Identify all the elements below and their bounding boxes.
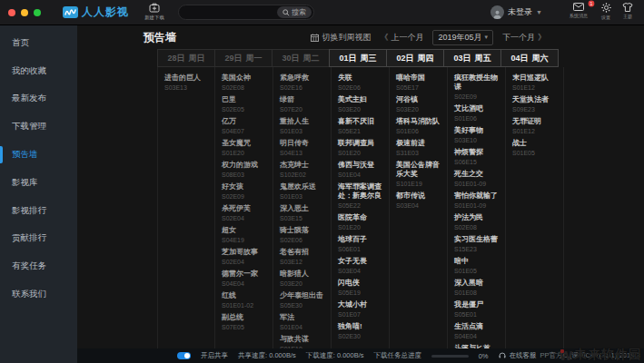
show-item[interactable]: 巴里S02E05	[222, 95, 268, 113]
show-item[interactable]: 重拾人生S01E03	[280, 117, 326, 135]
show-item[interactable]: 天堂执法者S09E23	[512, 95, 559, 113]
show-item[interactable]: 末日巡逻队S01E12	[512, 74, 559, 92]
sidebar-item[interactable]: 影视库	[0, 169, 77, 197]
show-item[interactable]: 独角喵!S02E30	[338, 322, 384, 340]
show-item[interactable]: 美式主妇S03E20	[338, 95, 384, 113]
show-item[interactable]: 艾比酒吧S01E06	[454, 104, 500, 123]
show-title: 大城小村	[338, 300, 384, 309]
show-item[interactable]: 无罪证明S01E12	[512, 117, 559, 135]
show-episode-code: S05E30	[280, 301, 326, 309]
show-item[interactable]: 美好事物S03E10	[454, 126, 500, 144]
show-item[interactable]: 副总统S07E05	[222, 313, 268, 331]
show-item[interactable]: 军法S01E04	[280, 313, 326, 331]
show-item[interactable]: 我是僵尸S05E01	[454, 300, 500, 319]
show-item[interactable]: 佛西与沃登S01E04	[338, 161, 384, 179]
prev-month-button[interactable]: 《 上一个月	[380, 32, 423, 44]
show-item[interactable]: 海军罪案调查处：新奥尔良S05E22	[338, 182, 384, 210]
show-item[interactable]: 战士S01E05	[512, 139, 559, 157]
mail-icon	[573, 3, 584, 11]
show-item[interactable]: 护法为民S02E08	[454, 213, 500, 231]
show-item[interactable]: 喜新不厌旧S05E21	[338, 117, 384, 135]
close-button[interactable]	[8, 9, 15, 16]
show-item[interactable]: 塔科马消防队S01E06	[396, 117, 442, 135]
topbar-action-gear[interactable]: 设置	[600, 3, 611, 22]
show-item[interactable]: 好女孩S02E09	[222, 182, 268, 201]
show-item[interactable]: 河谷镇S03E20	[396, 95, 442, 113]
next-month-button[interactable]: 下一个月 》	[502, 32, 546, 44]
show-episode-code: S02E08	[222, 83, 268, 92]
show-item[interactable]: 杰克绅士S102E02	[280, 161, 326, 179]
show-item[interactable]: 红线S01E01-02	[222, 291, 268, 309]
search-button[interactable]: 搜索	[277, 6, 312, 18]
show-item[interactable]: 害怕你就输了S01E01-09	[454, 191, 500, 210]
show-item[interactable]: 都市传说S03E04	[396, 191, 442, 210]
show-item[interactable]: 暗影猎人S03E20	[280, 270, 326, 288]
show-item[interactable]: 绿箭S07E20	[280, 95, 326, 113]
minimize-button[interactable]	[21, 9, 28, 16]
show-item[interactable]: 暗中S01E05	[454, 257, 500, 275]
show-item[interactable]: 生活点滴S04E04	[454, 322, 500, 340]
show-item[interactable]: 死生之交S01E01-09	[454, 170, 500, 188]
show-item[interactable]: 疯狂教授生物课S02E09	[454, 74, 500, 101]
topbar-action-mail[interactable]: 1系统消息	[568, 3, 590, 22]
window-controls	[0, 9, 41, 16]
show-item[interactable]: 大城小村S01E07	[338, 300, 384, 319]
new-download-button[interactable]: 新建下载	[144, 3, 165, 22]
sidebar-item[interactable]: 影视排行	[0, 197, 77, 225]
sidebar-item[interactable]: 贡献排行	[0, 225, 77, 253]
show-item[interactable]: 实习医生格蕾S15E23	[454, 235, 500, 253]
show-item[interactable]: 权力的游戏S08E03	[222, 161, 268, 179]
show-item[interactable]: 极速前进S31E03	[396, 139, 442, 157]
sidebar-item[interactable]: 首页	[0, 29, 77, 57]
show-item[interactable]: 超女S04E19	[222, 226, 268, 244]
sidebar-item[interactable]: 下载管理	[0, 113, 77, 141]
day-header-cell: 01日周三	[329, 49, 387, 67]
topbar-action-tshirt[interactable]: 主题	[622, 3, 633, 22]
show-item[interactable]: 深入恶土S03E15	[280, 204, 326, 222]
show-item[interactable]: 联邦调查局S01E20	[338, 139, 384, 157]
show-title: 紧急呼救	[280, 74, 326, 83]
show-item[interactable]: 神烦警探S06E15	[454, 148, 500, 166]
show-episode-code: S04E04	[454, 332, 500, 340]
show-episode-code: S03E12	[280, 258, 326, 266]
sidebar-item[interactable]: 联系我们	[0, 280, 77, 309]
search-bar: 搜索	[178, 5, 314, 20]
show-item[interactable]: 芝加哥故事S02E04	[222, 248, 268, 266]
sidebar-item[interactable]: 我的收藏	[0, 57, 77, 85]
show-item[interactable]: 少年泰坦出击S05E30	[280, 291, 326, 309]
show-item[interactable]: 德雷尔一家S04E04	[222, 270, 268, 288]
show-item[interactable]: 进击的巨人S03E13	[164, 74, 210, 92]
show-item[interactable]: 女子无畏S03E04	[338, 257, 384, 275]
show-episode-code: S01E12	[512, 127, 559, 135]
show-item[interactable]: 明日传奇S04E13	[280, 139, 326, 157]
show-item[interactable]: 闪电侠S05E19	[338, 279, 384, 297]
show-item[interactable]: 与敌共谋S01E10	[280, 335, 326, 348]
month-selector[interactable]: 2019年05月 ▾	[432, 30, 493, 45]
show-episode-code: S02E09	[454, 93, 500, 101]
show-item[interactable]: 医院革命S01E20	[338, 213, 384, 231]
show-item[interactable]: 骑士陨落S02E06	[280, 226, 326, 244]
show-item[interactable]: 杀死伊芙S02E04	[222, 204, 268, 222]
sidebar-item[interactable]: 最新发布	[0, 85, 77, 113]
sidebar-item[interactable]: 预告墙	[0, 141, 77, 169]
show-item[interactable]: 美国众神S02E08	[222, 74, 268, 92]
show-item[interactable]: 嘻哈帝国S05E17	[396, 74, 442, 92]
user-menu[interactable]: 未登录 ▼	[490, 5, 542, 19]
online-service-link[interactable]: 在线客服	[510, 351, 537, 360]
sidebar-item[interactable]: 有奖任务	[0, 252, 77, 280]
show-item[interactable]: 紧急呼救S02E16	[280, 74, 326, 92]
switch-week-view-button[interactable]: 切换到周视图	[311, 32, 371, 44]
show-item[interactable]: 深入黑暗S01E08	[454, 279, 500, 297]
share-toggle[interactable]	[177, 352, 191, 359]
show-item[interactable]: 失联S02E06	[338, 74, 384, 92]
show-item[interactable]: 亿万S04E07	[222, 117, 268, 135]
day-column: 疯狂教授生物课S02E09艾比酒吧S01E06美好事物S03E10神烦警探S06…	[448, 67, 506, 348]
show-item[interactable]: 地球百子S06E01	[338, 235, 384, 253]
search-input[interactable]	[186, 8, 277, 16]
show-item[interactable]: 美国公告牌音乐大奖S101E19	[396, 161, 442, 188]
share-toggle-label: 开启共享	[201, 351, 228, 360]
show-item[interactable]: 圣女魔咒S01E20	[222, 139, 268, 157]
zoom-button[interactable]	[34, 9, 41, 16]
show-item[interactable]: 老爸有招S03E12	[280, 248, 326, 266]
show-item[interactable]: 鬼屋欢乐送S01E03	[280, 182, 326, 201]
